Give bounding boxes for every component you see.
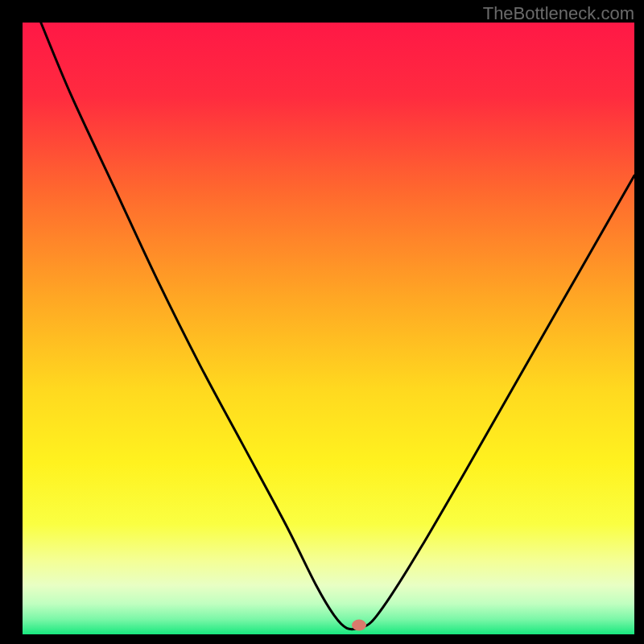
watermark-text: TheBottleneck.com xyxy=(483,3,634,24)
plot-background xyxy=(23,23,634,634)
chart-container: TheBottleneck.com xyxy=(0,0,644,644)
optimum-marker xyxy=(352,620,366,631)
bottleneck-chart xyxy=(0,0,644,644)
